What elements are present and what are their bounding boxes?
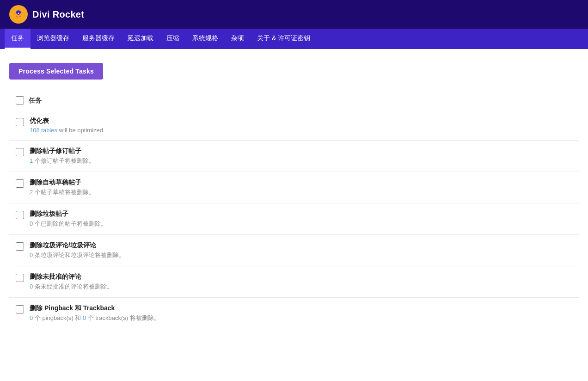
task-desc-4: 0 条垃圾评论和垃圾评论将被删除。 xyxy=(30,251,572,259)
task-row-2: 删除自动草稿帖子 2 个帖子草稿将被删除。 xyxy=(9,172,579,203)
task-checkbox-input-1[interactable] xyxy=(16,148,24,156)
task-desc-3: 0 个已删除的帖子将被删除。 xyxy=(30,220,572,228)
task-title-0: 优化表 xyxy=(30,117,572,125)
task-row-4: 删除垃圾评论/垃圾评论 0 条垃圾评论和垃圾评论将被删除。 xyxy=(9,235,579,266)
nav-item-browser-cache[interactable]: 浏览器缓存 xyxy=(31,29,76,49)
select-all-checkbox-wrap[interactable] xyxy=(16,96,24,106)
task-checkbox-input-4[interactable] xyxy=(16,242,24,251)
tasks-list: 任务 优化表 108 tables will be optimized. 删除帖… xyxy=(9,91,579,329)
task-checkbox-input-6[interactable] xyxy=(16,305,24,313)
app-header: Divi Rocket xyxy=(0,0,588,29)
task-checkbox-1[interactable] xyxy=(16,148,24,158)
tasks-header-cell: 任务 xyxy=(9,91,579,111)
task-checkbox-input-5[interactable] xyxy=(16,274,24,282)
logo: Divi Rocket xyxy=(9,5,84,24)
task-row-3: 删除垃圾帖子 0 个已删除的帖子将被删除。 xyxy=(9,203,579,235)
task-content-2: 删除自动草稿帖子 2 个帖子草稿将被删除。 xyxy=(30,178,572,197)
task-content-5: 删除未批准的评论 0 条未经批准的评论将被删除。 xyxy=(30,273,572,291)
task-title-6: 删除 Pingback 和 Trackback xyxy=(30,304,572,313)
task-desc-1: 1 个修订帖子将被删除。 xyxy=(30,157,572,165)
nav-item-system-specs[interactable]: 系统规格 xyxy=(186,29,225,49)
nav-item-server-cache[interactable]: 服务器缓存 xyxy=(76,29,121,49)
nav-item-misc[interactable]: 杂项 xyxy=(225,29,251,49)
task-title-4: 删除垃圾评论/垃圾评论 xyxy=(30,241,572,250)
select-all-checkbox[interactable] xyxy=(16,96,24,104)
task-checkbox-input-2[interactable] xyxy=(16,179,24,188)
task-content-6: 删除 Pingback 和 Trackback 0 个 pingback(s) … xyxy=(30,304,572,322)
task-content-0: 优化表 108 tables will be optimized. xyxy=(30,117,572,134)
nav-item-compress[interactable]: 压缩 xyxy=(160,29,186,49)
task-desc-5: 0 条未经批准的评论将被删除。 xyxy=(30,283,572,291)
task-row-0: 优化表 108 tables will be optimized. xyxy=(9,111,579,141)
task-row-1: 删除帖子修订帖子 1 个修订帖子将被删除。 xyxy=(9,141,579,172)
main-content: Process Selected Tasks 任务 优化表 108 tables… xyxy=(0,49,588,381)
task-checkbox-4[interactable] xyxy=(16,242,24,252)
task-checkbox-3[interactable] xyxy=(16,211,24,221)
nav-item-tasks[interactable]: 任务 xyxy=(5,29,31,49)
task-checkbox-5[interactable] xyxy=(16,274,24,284)
app-title: Divi Rocket xyxy=(32,9,84,20)
task-desc-2: 2 个帖子草稿将被删除。 xyxy=(30,188,572,197)
task-row-6: 删除 Pingback 和 Trackback 0 个 pingback(s) … xyxy=(9,298,579,329)
task-checkbox-input-0[interactable] xyxy=(16,118,24,126)
tasks-header-row: 任务 xyxy=(9,91,579,111)
nav-item-about[interactable]: 关于 & 许可证密钥 xyxy=(251,29,317,49)
task-title-1: 删除帖子修订帖子 xyxy=(30,147,572,155)
task-content-4: 删除垃圾评论/垃圾评论 0 条垃圾评论和垃圾评论将被删除。 xyxy=(30,241,572,259)
task-row-5: 删除未批准的评论 0 条未经批准的评论将被删除。 xyxy=(9,266,579,298)
svg-point-1 xyxy=(18,12,19,14)
task-desc-0: 108 tables will be optimized. xyxy=(30,127,572,134)
task-desc-6: 0 个 pingback(s) 和 0 个 trackback(s) 将被删除。 xyxy=(30,314,572,322)
task-title-3: 删除垃圾帖子 xyxy=(30,210,572,218)
task-content-3: 删除垃圾帖子 0 个已删除的帖子将被删除。 xyxy=(30,210,572,228)
tasks-column-label: 任务 xyxy=(29,97,42,105)
task-title-5: 删除未批准的评论 xyxy=(30,273,572,281)
main-nav: 任务 浏览器缓存 服务器缓存 延迟加载 压缩 系统规格 杂项 关于 & 许可证密… xyxy=(0,29,588,49)
logo-icon xyxy=(9,5,28,24)
task-title-2: 删除自动草稿帖子 xyxy=(30,178,572,187)
task-checkbox-input-3[interactable] xyxy=(16,211,24,219)
nav-item-lazy-load[interactable]: 延迟加载 xyxy=(121,29,160,49)
task-content-1: 删除帖子修订帖子 1 个修订帖子将被删除。 xyxy=(30,147,572,165)
task-checkbox-6[interactable] xyxy=(16,305,24,315)
task-checkbox-0[interactable] xyxy=(16,118,24,128)
task-checkbox-2[interactable] xyxy=(16,179,24,190)
process-selected-tasks-button[interactable]: Process Selected Tasks xyxy=(9,63,103,80)
